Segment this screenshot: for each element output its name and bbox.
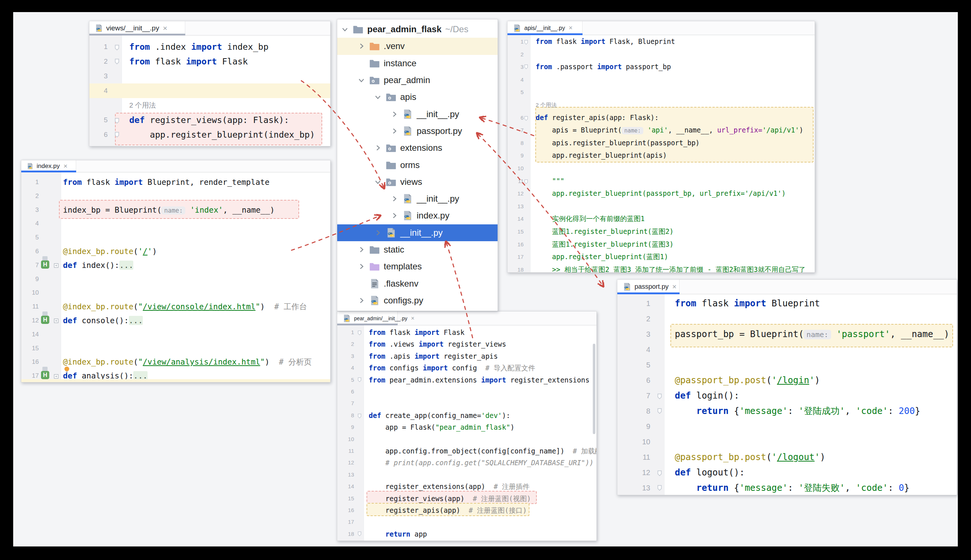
tree-item-templates[interactable]: templates [337,258,497,275]
chevron-right-icon[interactable] [390,127,398,135]
fold-marker-icon[interactable] [357,531,362,538]
tree-item-.flaskenv[interactable]: .flaskenv [337,275,497,292]
fold-marker-icon[interactable] [524,64,528,71]
code-line: 6@index_bp.route('/') [21,245,330,258]
tree-item--init-.py[interactable]: __init__.py [337,190,497,207]
tab-views-init[interactable]: views/__init__.py× [89,21,185,35]
line-number: 8 [507,137,524,150]
line-number: 18 [337,528,354,540]
code-line: 5from pear_admin.extensions import regis… [337,374,596,386]
code-line: 9 app.register_blueprint(apis) [507,149,815,162]
code-line: 16 register_apis(app) # 注册蓝图(接口) [337,504,596,516]
tab-passport[interactable]: passport.py× [617,280,679,294]
tree-item-pear-admin-flask[interactable]: pear_admin_flask~/Des [337,21,497,38]
fold-marker-icon[interactable] [657,393,662,401]
chevron-right-icon[interactable] [374,229,382,237]
tree-item-.venv[interactable]: .venv [337,38,497,55]
chevron-right-icon[interactable] [390,110,398,118]
tree-item--init-.py[interactable]: __init__.py [337,224,497,241]
code-line: 4 [507,73,815,87]
chevron-right-icon[interactable] [374,144,382,152]
fold-marker-icon[interactable] [657,408,662,416]
fold-marker-icon[interactable] [114,117,120,125]
tree-item-index.py[interactable]: index.py [337,207,497,224]
tree-item-extensions[interactable]: extensions [337,140,497,156]
tree-item-label: __init__.py [400,228,443,238]
chevron-right-icon[interactable] [357,297,365,305]
fold-marker-icon[interactable] [657,470,662,478]
svg-text:H: H [43,372,48,378]
fold-marker-icon[interactable] [54,318,58,325]
chevron-down-icon[interactable] [357,76,365,84]
fold-marker-icon[interactable] [114,58,120,66]
tab-label: pear_admin/__init__.py [354,315,407,322]
line-number: 6 [89,127,108,142]
tree-item-passport.py[interactable]: passport.py [337,123,497,140]
tab-apis-init[interactable]: apis/__init__.py× [507,21,582,35]
fold-marker-icon[interactable] [524,179,528,186]
intention-bulb-icon[interactable] [64,366,70,375]
fold-marker-icon[interactable] [357,377,362,384]
line-number: 15 [507,225,524,238]
tree-item-instance[interactable]: instance [337,55,497,72]
usages-inlay[interactable]: 2 个用法 [536,99,557,112]
tab-close-icon[interactable]: × [63,162,67,170]
code-line: 8 apis.register_blueprint(passport_bp) [507,137,815,150]
chevron-right-icon[interactable] [357,262,365,270]
code-line: 11 """ [507,175,815,188]
code-line: 14 实例化得到一个有前缀的蓝图1 [507,213,815,225]
tree-item--init-.py[interactable]: __init__.py [337,106,497,123]
usages-inlay[interactable]: 2 个用法 [129,98,156,113]
code-line: 1from flask import Blueprint, render_tem… [21,175,330,189]
code-line: 9 app = Flask("pear_admin_flask") [337,421,596,433]
chevron-right-icon[interactable] [390,195,398,203]
http-handler-gutter-icon[interactable]: H [41,312,53,326]
tab-close-icon[interactable]: × [411,315,414,322]
line-number: 14 [337,480,354,492]
tab-pear-admin-init[interactable]: pear_admin/__init__.py× [337,312,398,325]
code-line: 12 # print(app.config.get("SQLALCHEMY_DA… [337,457,596,468]
code-line: 11@passport_bp.post('/logout') [617,450,957,465]
code-line: 1from flask import Flask [337,327,596,338]
tab-close-icon[interactable]: × [163,24,167,33]
line-number: 2 [617,311,650,327]
fold-marker-icon[interactable] [114,132,120,140]
http-handler-gutter-icon[interactable]: H [41,256,53,271]
line-number: 9 [507,149,524,162]
line-number: 12 [337,457,354,468]
code-line: 7 apis = Blueprint(name: 'api', __name__… [507,124,815,137]
line-number: 1 [617,296,650,311]
line-number: 12 [617,465,650,480]
python-file-icon [342,314,351,323]
tree-item-orms[interactable]: orms [337,156,497,173]
line-number: 16 [507,238,524,251]
chevron-down-icon[interactable] [341,25,349,33]
fold-marker-icon[interactable] [524,40,528,47]
chevron-right-icon[interactable] [357,42,365,50]
tab-close-icon[interactable]: × [569,24,573,32]
tree-item-configs.py[interactable]: configs.py [337,292,497,309]
fold-marker-icon[interactable] [357,413,362,420]
fold-marker-icon[interactable] [114,44,120,52]
fold-marker-icon[interactable] [357,330,362,337]
fold-marker-icon[interactable] [524,116,528,123]
chevron-right-icon[interactable] [390,212,398,220]
line-number: 7 [617,388,650,403]
tab-close-icon[interactable]: × [672,283,677,291]
fold-marker-icon[interactable] [54,263,58,269]
tab-label: apis/__init__.py [524,25,565,32]
code-line: 11@index_bp.route("/view/console/index.h… [21,300,330,314]
tree-item-pear-admin[interactable]: pear_admin [337,72,497,88]
tab-index[interactable]: index.py× [21,160,76,172]
chevron-down-icon[interactable] [374,93,382,101]
tree-item-views[interactable]: views [337,173,497,190]
tree-item-static[interactable]: static [337,241,497,258]
line-number: 11 [337,445,354,457]
scrollbar-thumb[interactable] [593,344,596,434]
fold-marker-icon[interactable] [657,485,662,493]
tree-item-apis[interactable]: apis [337,88,497,105]
code-line: 3from .apis import register_apis [337,350,596,362]
tree-item-label: templates [384,261,422,272]
chevron-right-icon[interactable] [357,246,365,253]
chevron-down-icon[interactable] [374,178,382,186]
